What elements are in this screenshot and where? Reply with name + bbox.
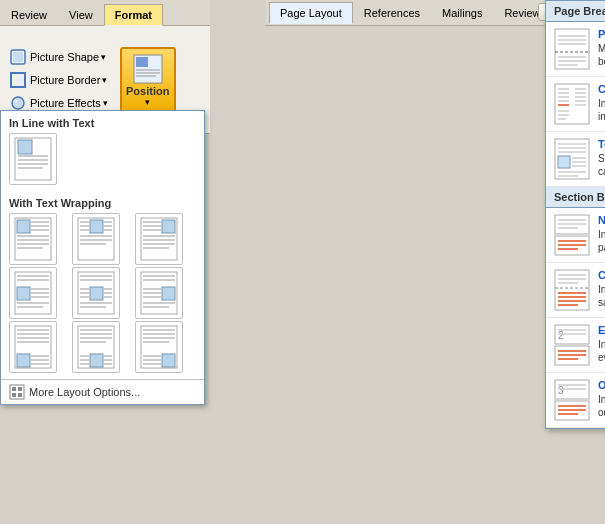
break-page[interactable]: Page Mark the point at which one page en… <box>546 22 605 77</box>
break-textwrap-title: Text Wrapping <box>598 138 605 150</box>
tab-references[interactable]: References <box>353 2 431 24</box>
page-breaks-header: Page Breaks <box>546 1 605 22</box>
break-column-desc: Indicate that the text following the col… <box>598 97 605 123</box>
break-page-desc: Mark the point at which one page ends an… <box>598 42 605 68</box>
position-botright[interactable] <box>135 321 183 373</box>
break-column[interactable]: Column Indicate that the text following … <box>546 77 605 132</box>
position-midright[interactable] <box>135 267 183 319</box>
picture-border-label: Picture Border <box>30 74 100 86</box>
position-dropdown: In Line with Text With Text Wrapping <box>0 110 205 405</box>
topleft-icon <box>13 216 53 262</box>
picture-effects-label: Picture Effects <box>30 97 101 109</box>
midright-icon <box>139 270 179 316</box>
picture-shape-button[interactable]: Picture Shape ▾ <box>6 46 112 68</box>
picture-format-group: Picture Shape ▾ Picture Border ▾ <box>6 46 112 114</box>
position-button[interactable]: Position ▾ <box>120 47 176 113</box>
break-column-icon <box>554 83 590 125</box>
svg-rect-137 <box>558 156 570 168</box>
svg-rect-119 <box>555 84 589 124</box>
break-oddpage-title: Odd Page <box>598 379 605 391</box>
section-breaks-header: Section Breaks <box>546 187 605 208</box>
left-ribbon-tabs: Review View Format <box>0 0 210 26</box>
break-continuous-icon <box>554 269 590 311</box>
wrap-grid <box>1 213 204 379</box>
svg-rect-151 <box>555 270 589 310</box>
picture-border-button[interactable]: Picture Border ▾ <box>6 69 112 91</box>
position-botleft[interactable] <box>9 321 57 373</box>
svg-point-4 <box>12 97 24 109</box>
break-textwrap[interactable]: Text Wrapping Separate text around objec… <box>546 132 605 187</box>
midcenter-icon <box>76 270 116 316</box>
break-evenpage-icon: 2 <box>554 324 590 366</box>
svg-rect-108 <box>18 387 22 391</box>
position-botcenter[interactable] <box>72 321 120 373</box>
svg-rect-86 <box>90 354 103 367</box>
break-evenpage-text: Even Page Insert a section break and sta… <box>598 324 605 364</box>
svg-rect-77 <box>17 354 30 367</box>
svg-rect-56 <box>90 287 103 300</box>
svg-rect-18 <box>17 220 30 233</box>
break-evenpage-title: Even Page <box>598 324 605 336</box>
svg-rect-109 <box>12 393 16 397</box>
break-page-text: Page Mark the point at which one page en… <box>598 28 605 68</box>
svg-rect-111 <box>555 29 589 69</box>
break-oddpage-desc: Insert a section break and start the new… <box>598 393 605 419</box>
picture-effects-icon <box>10 95 26 111</box>
break-nextpage-text: Next Page Insert a section break and sta… <box>598 214 605 254</box>
botright-icon <box>139 324 179 370</box>
position-topcenter[interactable] <box>72 213 120 265</box>
break-evenpage[interactable]: 2 Even Page Insert a section break and s… <box>546 318 605 373</box>
position-inline[interactable] <box>9 133 57 185</box>
tab-mailings[interactable]: Mailings <box>431 2 493 24</box>
midleft-icon <box>13 270 53 316</box>
break-continuous-title: Continuous <box>598 269 605 281</box>
more-layout-button[interactable]: More Layout Options... <box>1 379 204 404</box>
break-continuous-text: Continuous Insert a section break and st… <box>598 269 605 309</box>
topcenter-icon <box>76 216 116 262</box>
wrap-section-title: With Text Wrapping <box>1 191 204 213</box>
more-layout-label: More Layout Options... <box>29 386 140 398</box>
svg-rect-3 <box>14 76 22 84</box>
break-page-title: Page <box>598 28 605 40</box>
svg-rect-110 <box>18 393 22 397</box>
tab-page-layout[interactable]: Page Layout <box>269 2 353 24</box>
svg-rect-98 <box>162 354 175 367</box>
position-icon <box>132 53 164 85</box>
break-nextpage-desc: Insert a section break and start the new… <box>598 228 605 254</box>
break-continuous[interactable]: Continuous Insert a section break and st… <box>546 263 605 318</box>
break-column-title: Column <box>598 83 605 95</box>
break-column-text: Column Indicate that the text following … <box>598 83 605 123</box>
break-nextpage-title: Next Page <box>598 214 605 226</box>
picture-effects-arrow: ▾ <box>103 98 108 108</box>
right-panel: Page Layout References Mailings Review B… <box>265 0 605 26</box>
inline-icon <box>13 136 53 182</box>
break-continuous-desc: Insert a section break and start the new… <box>598 283 605 309</box>
svg-rect-47 <box>17 287 30 300</box>
break-oddpage[interactable]: 3 Odd Page Insert a section break and st… <box>546 373 605 428</box>
position-midcenter[interactable] <box>72 267 120 319</box>
svg-rect-38 <box>162 220 175 233</box>
svg-rect-68 <box>162 287 175 300</box>
break-nextpage-icon <box>554 214 590 256</box>
svg-rect-27 <box>90 220 103 233</box>
inline-section-title: In Line with Text <box>1 111 204 133</box>
break-evenpage-desc: Insert a section break and start the new… <box>598 338 605 364</box>
tab-view[interactable]: View <box>58 4 104 26</box>
picture-border-arrow: ▾ <box>102 75 107 85</box>
position-dropdown-arrow: ▾ <box>145 97 150 107</box>
picture-shape-icon <box>10 49 26 65</box>
svg-text:3: 3 <box>558 385 564 396</box>
botleft-icon <box>13 324 53 370</box>
svg-rect-12 <box>18 140 32 154</box>
tab-review[interactable]: Review <box>0 4 58 26</box>
tab-format[interactable]: Format <box>104 4 163 26</box>
break-page-icon <box>554 28 590 70</box>
position-label: Position <box>126 85 169 97</box>
position-topright[interactable] <box>135 213 183 265</box>
break-nextpage[interactable]: Next Page Insert a section break and sta… <box>546 208 605 263</box>
break-textwrap-text: Text Wrapping Separate text around objec… <box>598 138 605 178</box>
position-midleft[interactable] <box>9 267 57 319</box>
left-panel: Review View Format Picture Shape ▾ <box>0 0 210 524</box>
position-topleft[interactable] <box>9 213 57 265</box>
break-textwrap-icon <box>554 138 590 180</box>
